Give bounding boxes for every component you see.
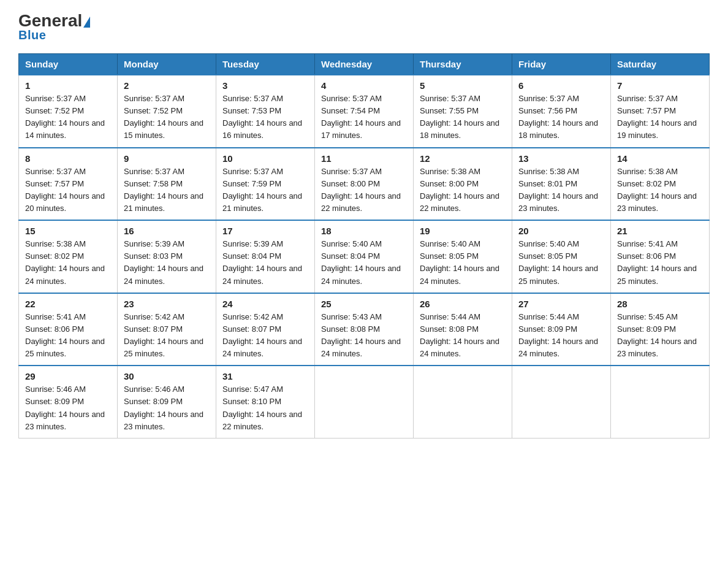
calendar-cell: 12Sunrise: 5:38 AMSunset: 8:00 PMDayligh…: [414, 148, 512, 221]
day-info: Sunrise: 5:44 AMSunset: 8:08 PMDaylight:…: [420, 311, 506, 361]
day-info: Sunrise: 5:37 AMSunset: 8:00 PMDaylight:…: [321, 166, 407, 215]
calendar-cell: [414, 366, 512, 438]
day-number: 1: [25, 80, 111, 91]
day-number: 19: [420, 226, 506, 236]
week-row-2: 8Sunrise: 5:37 AMSunset: 7:57 PMDaylight…: [19, 148, 710, 221]
calendar-cell: 10Sunrise: 5:37 AMSunset: 7:59 PMDayligh…: [216, 148, 315, 221]
day-info: Sunrise: 5:37 AMSunset: 7:59 PMDaylight:…: [222, 166, 308, 215]
day-info: Sunrise: 5:37 AMSunset: 7:53 PMDaylight:…: [222, 93, 308, 142]
day-number: 28: [617, 299, 703, 309]
calendar-body: 1Sunrise: 5:37 AMSunset: 7:52 PMDaylight…: [19, 75, 710, 438]
day-info: Sunrise: 5:39 AMSunset: 8:04 PMDaylight:…: [222, 238, 308, 288]
day-info: Sunrise: 5:38 AMSunset: 8:02 PMDaylight:…: [617, 166, 703, 215]
day-number: 26: [420, 299, 506, 309]
calendar-cell: 31Sunrise: 5:47 AMSunset: 8:10 PMDayligh…: [216, 366, 315, 438]
day-number: 22: [25, 299, 111, 309]
day-info: Sunrise: 5:38 AMSunset: 8:01 PMDaylight:…: [518, 166, 604, 215]
day-number: 27: [518, 299, 604, 309]
day-number: 20: [518, 226, 604, 236]
day-number: 17: [222, 226, 308, 236]
week-row-3: 15Sunrise: 5:38 AMSunset: 8:02 PMDayligh…: [19, 220, 710, 293]
day-number: 15: [25, 226, 111, 236]
day-number: 25: [321, 299, 407, 309]
calendar-cell: 4Sunrise: 5:37 AMSunset: 7:54 PMDaylight…: [315, 75, 414, 148]
header-day-wednesday: Wednesday: [315, 54, 414, 75]
calendar-cell: [611, 366, 710, 438]
day-number: 2: [124, 80, 210, 91]
header-day-thursday: Thursday: [414, 54, 512, 75]
day-number: 10: [222, 153, 308, 164]
calendar-cell: 5Sunrise: 5:37 AMSunset: 7:55 PMDaylight…: [414, 75, 512, 148]
calendar-cell: 1Sunrise: 5:37 AMSunset: 7:52 PMDaylight…: [19, 75, 118, 148]
day-info: Sunrise: 5:37 AMSunset: 7:55 PMDaylight:…: [420, 93, 506, 142]
calendar-cell: 13Sunrise: 5:38 AMSunset: 8:01 PMDayligh…: [512, 148, 611, 221]
header-day-saturday: Saturday: [611, 54, 710, 75]
calendar-cell: 3Sunrise: 5:37 AMSunset: 7:53 PMDaylight…: [216, 75, 315, 148]
day-info: Sunrise: 5:40 AMSunset: 8:04 PMDaylight:…: [321, 238, 407, 288]
day-info: Sunrise: 5:39 AMSunset: 8:03 PMDaylight:…: [124, 238, 210, 288]
calendar-cell: 25Sunrise: 5:43 AMSunset: 8:08 PMDayligh…: [315, 293, 414, 366]
day-info: Sunrise: 5:40 AMSunset: 8:05 PMDaylight:…: [420, 238, 506, 288]
week-row-5: 29Sunrise: 5:46 AMSunset: 8:09 PMDayligh…: [19, 366, 710, 438]
calendar-cell: 24Sunrise: 5:42 AMSunset: 8:07 PMDayligh…: [216, 293, 315, 366]
day-number: 3: [222, 80, 308, 91]
calendar-cell: 15Sunrise: 5:38 AMSunset: 8:02 PMDayligh…: [19, 220, 118, 293]
day-number: 18: [321, 226, 407, 236]
day-info: Sunrise: 5:46 AMSunset: 8:09 PMDaylight:…: [25, 383, 111, 433]
day-info: Sunrise: 5:37 AMSunset: 7:56 PMDaylight:…: [518, 93, 604, 142]
day-number: 16: [124, 226, 210, 236]
header-day-sunday: Sunday: [19, 54, 118, 75]
day-info: Sunrise: 5:45 AMSunset: 8:09 PMDaylight:…: [617, 311, 703, 361]
header-row: SundayMondayTuesdayWednesdayThursdayFrid…: [19, 54, 710, 75]
day-info: Sunrise: 5:42 AMSunset: 8:07 PMDaylight:…: [124, 311, 210, 361]
calendar-cell: 14Sunrise: 5:38 AMSunset: 8:02 PMDayligh…: [611, 148, 710, 221]
calendar-cell: 6Sunrise: 5:37 AMSunset: 7:56 PMDaylight…: [512, 75, 611, 148]
logo: General Blue: [18, 12, 90, 42]
calendar-cell: 23Sunrise: 5:42 AMSunset: 8:07 PMDayligh…: [118, 293, 216, 366]
day-number: 8: [25, 153, 111, 164]
header-day-tuesday: Tuesday: [216, 54, 315, 75]
logo-general: General: [18, 12, 90, 29]
day-info: Sunrise: 5:44 AMSunset: 8:09 PMDaylight:…: [518, 311, 604, 361]
day-number: 7: [617, 80, 703, 91]
calendar-cell: 2Sunrise: 5:37 AMSunset: 7:52 PMDaylight…: [118, 75, 216, 148]
header-day-friday: Friday: [512, 54, 611, 75]
day-info: Sunrise: 5:37 AMSunset: 7:57 PMDaylight:…: [25, 166, 111, 215]
day-number: 13: [518, 153, 604, 164]
day-info: Sunrise: 5:37 AMSunset: 7:58 PMDaylight:…: [124, 166, 210, 215]
day-info: Sunrise: 5:37 AMSunset: 7:54 PMDaylight:…: [321, 93, 407, 142]
calendar-cell: 16Sunrise: 5:39 AMSunset: 8:03 PMDayligh…: [118, 220, 216, 293]
day-number: 24: [222, 299, 308, 309]
calendar-cell: 7Sunrise: 5:37 AMSunset: 7:57 PMDaylight…: [611, 75, 710, 148]
calendar-cell: 30Sunrise: 5:46 AMSunset: 8:09 PMDayligh…: [118, 366, 216, 438]
calendar-cell: 8Sunrise: 5:37 AMSunset: 7:57 PMDaylight…: [19, 148, 118, 221]
day-info: Sunrise: 5:47 AMSunset: 8:10 PMDaylight:…: [222, 383, 308, 433]
day-info: Sunrise: 5:37 AMSunset: 7:57 PMDaylight:…: [617, 93, 703, 142]
calendar-cell: 21Sunrise: 5:41 AMSunset: 8:06 PMDayligh…: [611, 220, 710, 293]
day-number: 23: [124, 299, 210, 309]
day-info: Sunrise: 5:46 AMSunset: 8:09 PMDaylight:…: [124, 383, 210, 433]
day-info: Sunrise: 5:41 AMSunset: 8:06 PMDaylight:…: [25, 311, 111, 361]
header-day-monday: Monday: [118, 54, 216, 75]
calendar-cell: 18Sunrise: 5:40 AMSunset: 8:04 PMDayligh…: [315, 220, 414, 293]
day-info: Sunrise: 5:40 AMSunset: 8:05 PMDaylight:…: [518, 238, 604, 288]
day-number: 11: [321, 153, 407, 164]
calendar-cell: 26Sunrise: 5:44 AMSunset: 8:08 PMDayligh…: [414, 293, 512, 366]
day-number: 31: [222, 371, 308, 381]
calendar-cell: 27Sunrise: 5:44 AMSunset: 8:09 PMDayligh…: [512, 293, 611, 366]
day-number: 12: [420, 153, 506, 164]
calendar-cell: 9Sunrise: 5:37 AMSunset: 7:58 PMDaylight…: [118, 148, 216, 221]
week-row-1: 1Sunrise: 5:37 AMSunset: 7:52 PMDaylight…: [19, 75, 710, 148]
calendar-cell: 17Sunrise: 5:39 AMSunset: 8:04 PMDayligh…: [216, 220, 315, 293]
calendar-cell: 19Sunrise: 5:40 AMSunset: 8:05 PMDayligh…: [414, 220, 512, 293]
page-header: General Blue: [18, 12, 710, 42]
day-number: 14: [617, 153, 703, 164]
day-number: 4: [321, 80, 407, 91]
day-info: Sunrise: 5:43 AMSunset: 8:08 PMDaylight:…: [321, 311, 407, 361]
calendar-table: SundayMondayTuesdayWednesdayThursdayFrid…: [18, 53, 710, 439]
calendar-cell: [315, 366, 414, 438]
calendar-cell: 29Sunrise: 5:46 AMSunset: 8:09 PMDayligh…: [19, 366, 118, 438]
day-info: Sunrise: 5:37 AMSunset: 7:52 PMDaylight:…: [25, 93, 111, 142]
day-info: Sunrise: 5:42 AMSunset: 8:07 PMDaylight:…: [222, 311, 308, 361]
day-number: 29: [25, 371, 111, 381]
